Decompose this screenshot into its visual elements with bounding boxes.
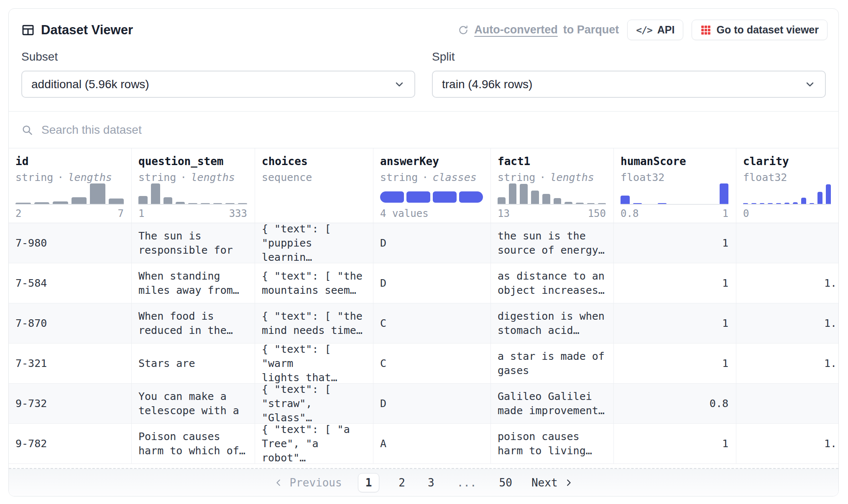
chevron-down-icon	[804, 79, 816, 90]
split-selected-value: train (4.96k rows)	[442, 78, 532, 91]
table-row[interactable]: 7-584 When standing miles away from… { "…	[9, 263, 838, 303]
api-button-label: API	[657, 24, 675, 36]
humanscore-histogram[interactable]	[621, 183, 728, 205]
cell-clarity: 1.	[736, 303, 838, 343]
subset-control: Subset additional (5.96k rows)	[21, 50, 415, 98]
page-title: Dataset Viewer	[41, 23, 133, 38]
auto-converted-link[interactable]: Auto-converted to Parquet	[458, 23, 619, 36]
header-actions: Auto-converted to Parquet </> API Go to …	[458, 20, 828, 40]
column-dtype: float32	[621, 171, 664, 183]
split-select[interactable]: train (4.96k rows)	[432, 71, 826, 98]
next-page-button[interactable]: Next	[531, 476, 573, 489]
cell-clarity	[736, 384, 838, 423]
column-name: humanScore	[621, 155, 728, 168]
column-header-humanscore[interactable]: humanScore float32 0.8 1	[614, 148, 736, 223]
table-row[interactable]: 7-980 The sun is responsible for { "text…	[9, 223, 838, 263]
column-stat-kind: lengths	[68, 171, 112, 183]
cell-fact1: the sun is the source of energy…	[491, 223, 614, 263]
column-name: question_stem	[138, 155, 247, 168]
column-dtype: string	[380, 171, 418, 183]
cell-id: 9-782	[9, 424, 132, 463]
cell-id: 7-980	[9, 223, 132, 263]
pagination-bar: Previous 1 2 3 ... 50 Next	[9, 468, 838, 496]
column-type: sequence	[262, 171, 365, 183]
page-button-1[interactable]: 1	[358, 473, 380, 492]
cell-id: 7-321	[9, 344, 132, 383]
page-button-3[interactable]: 3	[424, 474, 438, 491]
table-row[interactable]: 7-321 Stars are { "text": [ "warm lights…	[9, 344, 838, 384]
cell-clarity: 1.	[736, 263, 838, 303]
cell-question-stem: You can make a telescope with a	[132, 384, 255, 423]
column-stat-kind: classes	[432, 171, 476, 183]
cell-question-stem: When food is reduced in the…	[132, 303, 255, 343]
code-icon: </>	[636, 25, 652, 36]
choices-histogram	[262, 183, 365, 207]
column-dtype: string	[138, 171, 176, 183]
column-header-choices[interactable]: choices sequence	[255, 148, 373, 223]
cell-answerkey: D	[373, 263, 491, 303]
dot-separator: ·	[539, 171, 546, 183]
goto-button-label: Go to dataset viewer	[716, 24, 819, 36]
red-grid-icon	[700, 25, 711, 36]
cell-clarity: 1.	[736, 344, 838, 383]
goto-dataset-viewer-button[interactable]: Go to dataset viewer	[692, 20, 828, 40]
cell-choices: { "text": [ "warm lights that…	[255, 344, 373, 383]
table-row[interactable]: 9-782 Poison causes harm to which of… { …	[9, 424, 838, 464]
column-dtype: float32	[743, 171, 787, 183]
column-dtype: string	[498, 171, 535, 183]
cell-id: 9-732	[9, 384, 132, 423]
cell-humanscore: 1	[614, 424, 736, 463]
column-name: clarity	[743, 155, 831, 168]
column-name: fact1	[498, 155, 606, 168]
dot-separator: ·	[57, 171, 64, 183]
column-stat-kind: lengths	[191, 171, 235, 183]
fact1-histogram[interactable]	[498, 183, 606, 205]
cell-fact1: Galileo Galilei made improvement…	[491, 384, 614, 423]
column-header-id[interactable]: id string · lengths 2 7	[9, 148, 132, 223]
column-header-answerkey[interactable]: answerKey string · classes 4 values	[373, 148, 491, 223]
table-body: 7-980 The sun is responsible for { "text…	[9, 223, 838, 464]
cell-humanscore: 1	[614, 303, 736, 343]
column-header-fact1[interactable]: fact1 string · lengths 13 150	[491, 148, 614, 223]
to-parquet-label: to Parquet	[563, 23, 619, 36]
cell-id: 7-870	[9, 303, 132, 343]
column-header-question-stem[interactable]: question_stem string · lengths 1 333	[132, 148, 255, 223]
dataset-viewer-card: Dataset Viewer Auto-converted to Parquet…	[8, 8, 839, 496]
answerkey-classes-bar[interactable]	[380, 183, 483, 205]
clarity-histogram[interactable]	[743, 183, 831, 205]
column-dtype: string	[15, 171, 53, 183]
cell-answerkey: D	[373, 384, 491, 423]
table-header-row: id string · lengths 2 7 question_stem st…	[9, 148, 838, 223]
dot-separator: ·	[180, 171, 186, 183]
hist-range: 1 333	[138, 208, 247, 219]
page-button-50[interactable]: 50	[496, 474, 516, 491]
column-header-clarity[interactable]: clarity float32 0	[736, 148, 838, 223]
values-count-label: 4 values	[380, 208, 429, 219]
id-histogram[interactable]	[15, 183, 124, 205]
cell-question-stem: When standing miles away from…	[132, 263, 255, 303]
hist-range: 0	[743, 208, 831, 219]
cell-choices: { "text": [ "the mind needs time…	[255, 303, 373, 343]
previous-page-button[interactable]: Previous	[274, 476, 342, 489]
column-type: float32	[743, 171, 831, 183]
page-ellipsis: ...	[454, 474, 480, 491]
hist-min: 0.8	[621, 208, 639, 219]
table-row[interactable]: 9-732 You can make a telescope with a { …	[9, 384, 838, 424]
subset-selected-value: additional (5.96k rows)	[31, 78, 149, 91]
question-stem-histogram[interactable]	[138, 183, 247, 205]
api-button[interactable]: </> API	[627, 20, 683, 40]
sync-icon	[458, 25, 469, 36]
cell-clarity: 1.	[736, 424, 838, 463]
previous-label: Previous	[289, 476, 342, 489]
page-button-2[interactable]: 2	[395, 474, 409, 491]
column-name: id	[15, 155, 124, 168]
search-icon	[21, 124, 33, 136]
table-row[interactable]: 7-870 When food is reduced in the… { "te…	[9, 303, 838, 344]
subset-select[interactable]: additional (5.96k rows)	[21, 71, 415, 98]
column-dtype: sequence	[262, 171, 312, 183]
cell-question-stem: Stars are	[132, 344, 255, 383]
dot-separator: ·	[422, 171, 428, 183]
search-bar[interactable]: Search this dataset	[9, 111, 838, 148]
cell-humanscore: 1	[614, 223, 736, 263]
column-type: string · lengths	[15, 171, 124, 183]
